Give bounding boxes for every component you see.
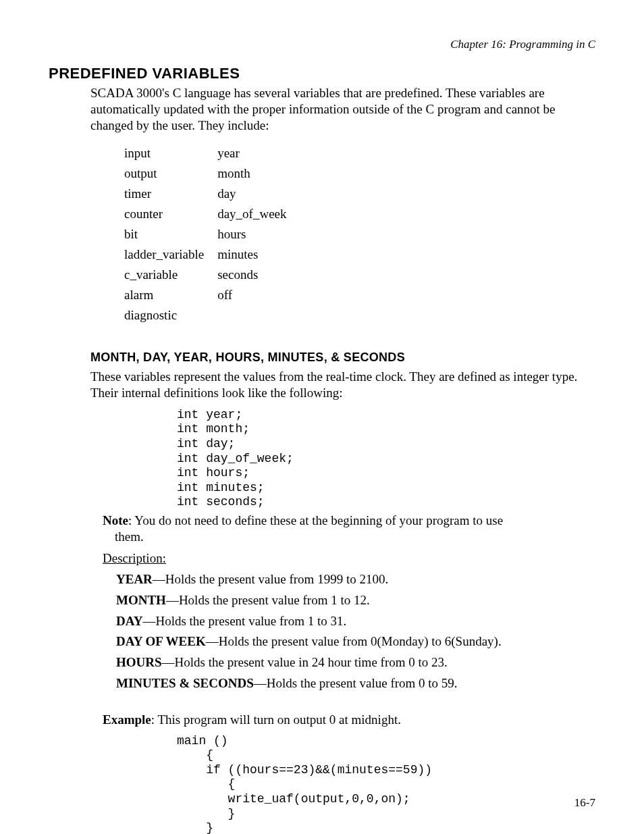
heading-predefined-variables: PREDEFINED VARIABLES [49,65,595,82]
var-col2-2: day [217,184,298,203]
var-col1-4: bit [124,225,216,244]
desc-term: HOURS [116,655,162,669]
desc-year: YEAR—Holds the present value from 1999 t… [116,571,595,588]
example-label: Example [103,712,151,727]
var-col1-3: counter [124,205,216,224]
var-col1-5: ladder_variable [124,245,216,264]
desc-term: DAY OF WEEK [116,634,206,648]
note-label: Note [103,513,128,527]
note-text-2: them. [115,529,595,545]
var-col1-0: input [124,144,216,163]
desc-text: —Holds the present value from 1999 to 21… [153,572,388,586]
var-col1-7: alarm [124,286,216,305]
desc-month: MONTH—Holds the present value from 1 to … [116,592,595,609]
var-col2-0: year [217,144,298,163]
var-col2-8 [217,306,298,325]
note-paragraph: Note: You do not need to define these at… [103,513,595,545]
heading-time-variables: MONTH, DAY, YEAR, HOURS, MINUTES, & SECO… [90,350,595,365]
code-block-example: main () { if ((hours==23)&&(minutes==59)… [177,734,595,834]
example-paragraph: Example: This program will turn on outpu… [103,712,595,727]
desc-text: —Holds the present value from 1 to 31. [142,614,346,628]
description-heading: Description: [103,551,595,566]
page-number: 16-7 [574,796,595,810]
time-vars-paragraph: These variables represent the values fro… [90,369,589,401]
var-col2-4: hours [217,225,298,244]
desc-text: —Holds the present value from 0 to 59. [254,676,458,690]
desc-day: DAY—Holds the present value from 1 to 31… [116,613,595,630]
var-col2-7: off [217,286,298,305]
var-col1-6: c_variable [124,265,216,284]
desc-minsec: MINUTES & SECONDS—Holds the present valu… [116,675,595,692]
desc-term: MINUTES & SECONDS [116,676,254,690]
desc-term: YEAR [116,572,153,586]
var-col1-2: timer [124,184,216,203]
intro-paragraph: SCADA 3000's C language has several vari… [90,85,589,133]
predefined-variables-table: inputyear outputmonth timerday counterda… [123,142,300,326]
desc-text: —Holds the present value in 24 hour time… [162,655,448,669]
example-text: : This program will turn on output 0 at … [151,712,401,727]
note-text-1: : You do not need to define these at the… [128,513,503,527]
desc-text: —Holds the present value from 1 to 12. [166,593,370,607]
var-col2-5: minutes [217,245,298,264]
var-col2-6: seconds [217,265,298,284]
code-block-definitions: int year; int month; int day; int day_of… [177,408,595,510]
desc-text: —Holds the present value from 0(Monday) … [206,634,502,648]
var-col1-8: diagnostic [124,306,216,325]
var-col2-1: month [217,164,298,183]
var-col1-1: output [124,164,216,183]
desc-term: MONTH [116,593,166,607]
desc-term: DAY [116,614,142,628]
running-header: Chapter 16: Programming in C [49,38,595,51]
desc-dayofweek: DAY OF WEEK—Holds the present value from… [116,633,595,650]
desc-hours: HOURS—Holds the present value in 24 hour… [116,654,595,671]
var-col2-3: day_of_week [217,205,298,224]
